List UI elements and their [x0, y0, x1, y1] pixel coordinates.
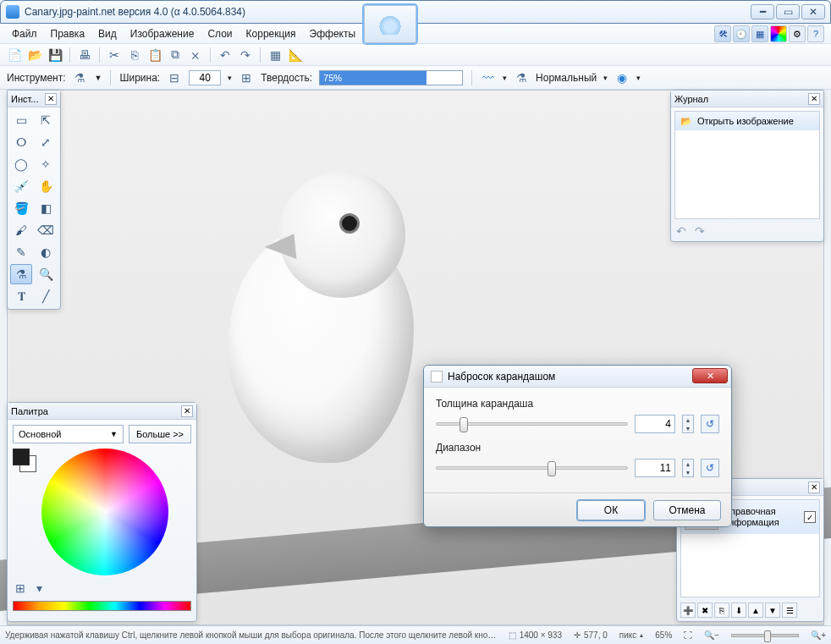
param1-input[interactable] [635, 415, 675, 433]
tool-color-picker[interactable]: 💉 [10, 176, 32, 196]
tool-ellipse-select[interactable]: ◯ [10, 154, 32, 174]
print-icon[interactable]: 🖶 [77, 47, 92, 63]
tool-dropdown-icon[interactable]: ▼ [95, 74, 102, 82]
layer-down-icon[interactable]: ▼ [765, 603, 780, 618]
tool-magic-wand[interactable]: ✧ [35, 154, 57, 174]
grid-icon[interactable]: ▦ [267, 47, 283, 63]
minimize-button[interactable]: ━ [751, 4, 774, 19]
menu-adjust[interactable]: Коррекция [239, 25, 303, 42]
effect-dialog[interactable]: Набросок карандашом ✕ Толщина карандаша … [423, 365, 732, 527]
param1-slider[interactable] [436, 422, 628, 426]
palette-strip[interactable] [13, 601, 191, 611]
width-dropdown-icon[interactable]: ▾ [228, 74, 232, 82]
layer-visibility-checkbox[interactable]: ✓ [804, 511, 816, 523]
palette-add-icon[interactable]: ⊞ [13, 581, 28, 596]
crop-icon[interactable]: ⧉ [168, 47, 183, 63]
layers-window-toggle-icon[interactable]: ▦ [751, 25, 768, 42]
menu-effects[interactable]: Эффекты [303, 25, 363, 42]
history-window-close-icon[interactable]: ✕ [808, 93, 820, 105]
history-redo-icon[interactable]: ↷ [695, 224, 710, 238]
layers-window-close-icon[interactable]: ✕ [808, 482, 820, 493]
width-increase-icon[interactable]: ⊞ [239, 70, 254, 85]
layer-up-icon[interactable]: ▲ [748, 603, 763, 618]
colors-window-close-icon[interactable]: ✕ [181, 405, 193, 417]
primary-color-swatch[interactable] [13, 449, 30, 465]
layer-props-icon[interactable]: ☰ [782, 603, 797, 618]
menu-edit[interactable]: Правка [44, 25, 92, 42]
blend-icon[interactable]: ⚗ [514, 70, 529, 85]
param1-spinner[interactable]: ▲▼ [682, 415, 694, 433]
dialog-titlebar[interactable]: Набросок карандашом ✕ [424, 366, 731, 388]
cut-icon[interactable]: ✂ [107, 47, 122, 63]
palette-manage-icon[interactable]: ▾ [31, 581, 47, 596]
maximize-button[interactable]: ▭ [776, 4, 800, 19]
tools-window-header[interactable]: Инст... ✕ [8, 91, 60, 107]
menu-layers[interactable]: Слои [201, 25, 239, 42]
tool-move[interactable]: ⇱ [35, 110, 57, 130]
history-list[interactable]: 📂 Открыть изображение [674, 111, 820, 219]
settings-icon[interactable]: ⚙ [789, 25, 806, 42]
param2-slider[interactable] [436, 466, 628, 470]
cancel-button[interactable]: Отмена [653, 500, 721, 520]
zoom-slider[interactable] [731, 634, 799, 637]
colors-window[interactable]: Палитра ✕ Основной ▼ Больше >> [7, 402, 197, 622]
more-button[interactable]: Больше >> [129, 425, 191, 443]
color-swatches[interactable] [13, 449, 38, 474]
history-undo-icon[interactable]: ↶ [676, 224, 691, 238]
colors-window-toggle-icon[interactable] [770, 25, 787, 42]
zoom-out-icon[interactable]: 🔍− [704, 630, 719, 640]
tool-clone[interactable]: ⚗ [10, 264, 32, 284]
status-zoom[interactable]: 65% [655, 630, 672, 640]
tools-window-close-icon[interactable]: ✕ [45, 93, 57, 105]
zoom-in-icon[interactable]: 🔍+ [811, 630, 826, 640]
tool-pencil[interactable]: ✎ [10, 242, 32, 262]
history-window-toggle-icon[interactable]: 🕘 [733, 25, 750, 42]
current-tool-icon[interactable]: ⚗ [73, 70, 88, 85]
dialog-close-button[interactable]: ✕ [692, 368, 728, 383]
menu-file[interactable]: Файл [5, 25, 44, 42]
layer-delete-icon[interactable]: ✖ [697, 603, 713, 618]
tools-window-toggle-icon[interactable]: 🛠 [714, 25, 731, 42]
color-mode-dropdown[interactable]: Основной ▼ [13, 425, 124, 443]
tool-text[interactable]: 𝐓 [10, 286, 32, 306]
param2-input[interactable] [635, 459, 675, 477]
tool-rect-select[interactable]: ▭ [10, 110, 32, 130]
color-wheel-picker[interactable] [102, 509, 109, 516]
blend-dropdown-icon[interactable]: ▾ [603, 74, 608, 82]
tool-line[interactable]: ╱ [35, 286, 57, 306]
tool-fill[interactable]: 🪣 [10, 198, 32, 218]
save-icon[interactable]: 💾 [47, 47, 63, 63]
history-window[interactable]: Журнал ✕ 📂 Открыть изображение ↶ ↷ [670, 90, 824, 242]
open-icon[interactable]: 📂 [27, 47, 42, 63]
menu-image[interactable]: Изображение [124, 25, 201, 42]
close-button[interactable]: ✕ [801, 4, 825, 19]
blend-label[interactable]: Нормальный [536, 72, 597, 84]
tool-zoom[interactable]: 🔍 [35, 264, 57, 284]
tool-pan[interactable]: ✋ [35, 176, 57, 196]
undo-icon[interactable]: ↶ [217, 47, 233, 63]
paste-icon[interactable]: 📋 [147, 47, 162, 63]
layer-duplicate-icon[interactable]: ⎘ [714, 603, 729, 618]
tool-lasso[interactable]: ⵔ [10, 132, 32, 152]
hardness-slider[interactable]: 75% [319, 70, 463, 85]
deselect-icon[interactable]: ⨯ [188, 47, 203, 63]
color-wheel[interactable] [41, 449, 168, 575]
document-thumb[interactable] [364, 5, 416, 43]
colors-window-header[interactable]: Палитра ✕ [8, 403, 196, 420]
zoom-fit-icon[interactable]: ⛶ [684, 630, 692, 640]
tools-window[interactable]: Инст... ✕ ▭ ⇱ ⵔ ⤢ ◯ ✧ 💉 ✋ 🪣 ◧ 🖌 ⌫ ✎ ◐ ⚗ … [7, 90, 61, 310]
menu-view[interactable]: Вид [91, 25, 124, 42]
tool-gradient[interactable]: ◧ [35, 198, 57, 218]
copy-icon[interactable]: ⎘ [127, 47, 142, 63]
history-item[interactable]: 📂 Открыть изображение [675, 112, 819, 130]
param2-spinner[interactable]: ▲▼ [682, 459, 694, 477]
help-icon[interactable]: ? [807, 25, 824, 42]
ruler-icon[interactable]: 📐 [288, 47, 303, 63]
tool-eraser[interactable]: ⌫ [35, 220, 57, 240]
layer-merge-icon[interactable]: ⬇ [731, 603, 746, 618]
param1-reset-icon[interactable]: ↺ [701, 415, 719, 433]
status-units[interactable]: пикс ▴ [619, 630, 644, 640]
tool-recolor[interactable]: ◐ [35, 242, 57, 262]
width-input[interactable] [189, 70, 221, 85]
history-window-header[interactable]: Журнал ✕ [671, 91, 823, 107]
